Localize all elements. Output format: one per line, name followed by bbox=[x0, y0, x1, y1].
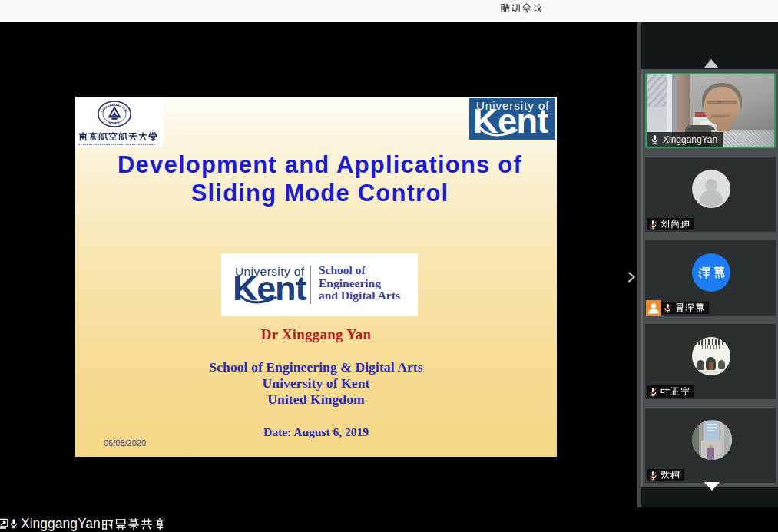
svg-text:NUAA: NUAA bbox=[109, 121, 121, 125]
